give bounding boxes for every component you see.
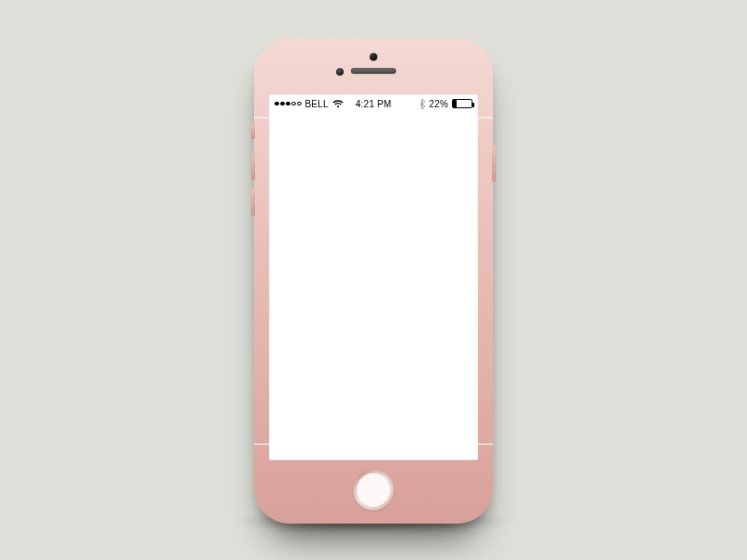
status-bar-right: 22%	[419, 99, 472, 109]
volume-down-button[interactable]	[251, 188, 255, 216]
battery-icon	[452, 99, 472, 108]
battery-fill	[453, 100, 457, 107]
status-bar-left: BELL	[275, 99, 344, 109]
status-bar: BELL 4:21 PM	[269, 94, 478, 113]
iphone-device-frame: BELL 4:21 PM	[256, 40, 491, 522]
bluetooth-icon	[419, 99, 425, 109]
canvas: BELL 4:21 PM	[0, 0, 747, 560]
earpiece-speaker	[351, 68, 396, 74]
battery-percent-label: 22%	[429, 99, 448, 109]
proximity-sensor	[336, 68, 344, 76]
wifi-icon	[332, 100, 344, 108]
carrier-label: BELL	[305, 99, 329, 109]
volume-up-button[interactable]	[251, 152, 255, 180]
front-camera	[370, 53, 377, 61]
power-button[interactable]	[492, 145, 496, 182]
cellular-signal-icon	[275, 102, 302, 106]
phone-screen[interactable]: BELL 4:21 PM	[269, 94, 478, 460]
home-button[interactable]	[353, 469, 394, 511]
mute-switch[interactable]	[251, 122, 255, 139]
